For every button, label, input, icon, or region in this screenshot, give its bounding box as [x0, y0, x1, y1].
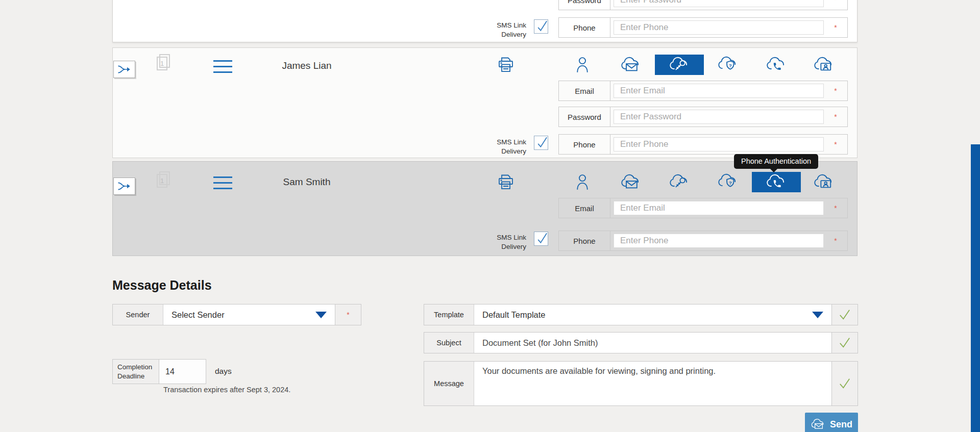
- phone-field-row: Phone *: [558, 17, 848, 38]
- email-field-row: Email *: [558, 198, 848, 218]
- template-label: Template: [424, 304, 474, 325]
- template-select[interactable]: Default Template: [474, 304, 832, 325]
- deadline-unit-label: days: [215, 367, 232, 376]
- template-valid-check: [832, 304, 857, 325]
- email-delivery-button[interactable]: [606, 172, 655, 192]
- recipient-row-sam-smith[interactable]: 1 Sam Smith Email *: [112, 161, 857, 256]
- sender-select-value: Select Sender: [172, 310, 225, 320]
- sms-link-delivery-checkbox[interactable]: [534, 136, 548, 150]
- email-delivery-button[interactable]: [606, 55, 655, 75]
- field-label: Phone: [559, 18, 610, 37]
- message-valid-check: [832, 362, 857, 405]
- phone-auth-button[interactable]: [752, 172, 801, 192]
- send-button[interactable]: Send: [805, 413, 858, 432]
- password-auth-button[interactable]: [655, 55, 704, 75]
- phone-auth-icon: [766, 56, 787, 73]
- required-asterisk: *: [824, 107, 847, 126]
- sender-label: Sender: [113, 304, 163, 325]
- tooltip-phone-authentication: Phone Authentication: [734, 154, 818, 169]
- document-count: 1: [157, 57, 167, 70]
- drag-handle-icon[interactable]: [213, 176, 232, 189]
- green-check-icon: [839, 337, 851, 348]
- password-field-row: Password *: [558, 107, 848, 127]
- message-label: Message: [424, 362, 474, 405]
- message-row: Message: [424, 361, 858, 406]
- green-check-icon: [839, 309, 851, 320]
- phone-field-row: Phone *: [558, 134, 848, 155]
- signer-button[interactable]: [558, 55, 607, 75]
- subject-input[interactable]: [482, 338, 823, 348]
- email-input[interactable]: [614, 84, 824, 98]
- checkmark-icon: [536, 138, 547, 149]
- id-card-auth-icon: [813, 173, 835, 191]
- print-delivery-button[interactable]: [495, 55, 517, 75]
- signer-icon: [576, 56, 589, 73]
- recipient-row-james-lian[interactable]: 1 James Lian Email *: [112, 47, 857, 158]
- email-input[interactable]: [614, 201, 824, 215]
- completion-deadline-value[interactable]: 14: [159, 360, 206, 384]
- password-auth-icon: [669, 56, 690, 73]
- id-card-auth-button[interactable]: [799, 172, 848, 192]
- sender-select[interactable]: Select Sender: [163, 304, 335, 325]
- phone-input[interactable]: [614, 234, 824, 248]
- scrollbar-thumb[interactable]: [971, 144, 980, 432]
- recipient-row-0[interactable]: Password * SMS Link Delivery Phone *: [112, 0, 857, 42]
- chevron-down-icon: [315, 312, 327, 318]
- field-label: Password: [559, 107, 610, 126]
- print-delivery-button[interactable]: [495, 172, 517, 192]
- signing-order-button[interactable]: [113, 61, 135, 78]
- recipient-name: Sam Smith: [235, 176, 378, 188]
- expiry-note: Transaction expires after Sept 3, 2024.: [163, 386, 290, 394]
- send-cloud-mail-icon: [811, 418, 826, 430]
- phone-input[interactable]: [614, 20, 824, 35]
- field-label: Email: [559, 81, 610, 100]
- required-asterisk: *: [824, 81, 847, 100]
- signer-button[interactable]: [558, 172, 607, 192]
- document-count: 1: [157, 174, 167, 188]
- sms-link-delivery-label: SMS Link Delivery: [480, 138, 526, 156]
- qa-auth-button[interactable]: [703, 55, 752, 75]
- drag-handle-icon[interactable]: [213, 60, 232, 73]
- message-textarea[interactable]: [482, 362, 823, 405]
- phone-input[interactable]: [614, 137, 824, 151]
- password-field-row: Password *: [558, 0, 848, 10]
- field-label: Phone: [559, 231, 610, 250]
- required-asterisk: *: [824, 0, 847, 10]
- id-card-auth-icon: [813, 56, 835, 73]
- sms-link-delivery-checkbox[interactable]: [534, 232, 548, 246]
- required-asterisk: *: [824, 198, 847, 218]
- required-asterisk: *: [335, 304, 361, 325]
- email-field-row: Email *: [558, 81, 848, 101]
- sender-row: Sender Select Sender *: [112, 304, 361, 325]
- signing-order-icon: [117, 64, 132, 75]
- subject-row: Subject: [424, 332, 858, 353]
- signing-order-button[interactable]: [113, 177, 135, 195]
- message-details-heading: Message Details: [112, 278, 212, 293]
- id-card-auth-button[interactable]: [799, 55, 848, 75]
- signing-order-icon: [117, 181, 132, 192]
- field-label: Email: [559, 198, 610, 218]
- documents-icon: 1: [157, 171, 170, 188]
- qa-auth-icon: [717, 173, 739, 191]
- sms-link-delivery-label: SMS Link Delivery: [480, 21, 526, 39]
- checkmark-icon: [536, 21, 547, 33]
- password-auth-icon: [669, 173, 690, 191]
- recipient-name: James Lian: [235, 60, 378, 71]
- required-asterisk: *: [824, 18, 847, 37]
- phone-auth-icon: [766, 173, 787, 191]
- phone-auth-button[interactable]: [752, 55, 801, 75]
- signer-icon: [576, 173, 589, 191]
- sms-link-delivery-checkbox[interactable]: [534, 19, 548, 34]
- sms-link-delivery-label: SMS Link Delivery: [480, 233, 526, 251]
- checkmark-icon: [536, 234, 547, 245]
- printer-icon: [497, 173, 515, 191]
- phone-field-row: Phone *: [558, 231, 848, 251]
- qa-auth-button[interactable]: [703, 172, 752, 192]
- template-row: Template Default Template: [424, 304, 858, 325]
- password-auth-button[interactable]: [655, 172, 704, 192]
- completion-deadline-label: Completion Deadline: [113, 360, 159, 384]
- printer-icon: [497, 56, 515, 73]
- send-transaction-page: Password * SMS Link Delivery Phone * 1: [0, 0, 980, 432]
- password-input[interactable]: [614, 0, 824, 7]
- password-input[interactable]: [614, 110, 824, 124]
